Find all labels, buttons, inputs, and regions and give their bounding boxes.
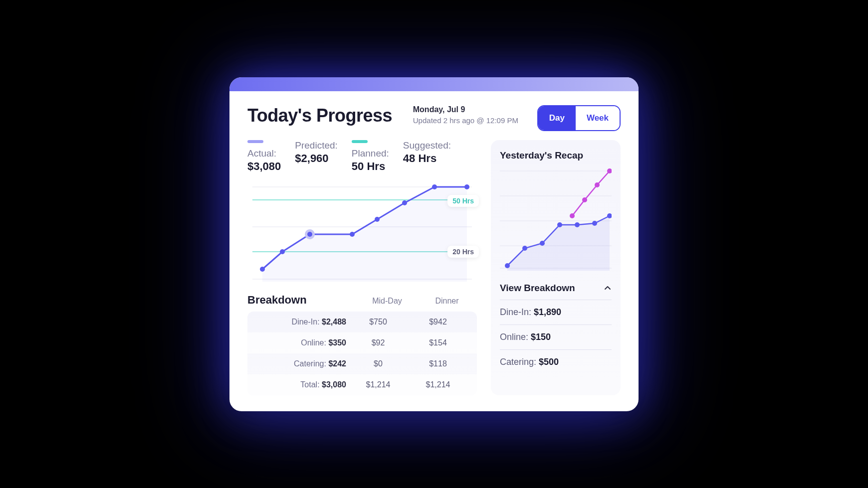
- recap-chart-svg: [500, 166, 612, 271]
- header-date: Monday, Jul 9: [413, 105, 518, 114]
- dashboard-card: Today's Progress Monday, Jul 9 Updated 2…: [229, 77, 639, 411]
- svg-point-27: [582, 197, 587, 202]
- recap-row: Online: $150: [500, 325, 612, 349]
- recap-row-value: $1,890: [534, 307, 561, 317]
- row-value: $350: [328, 338, 346, 347]
- row-cell: $1,214: [408, 380, 468, 389]
- recap-row: Catering: $500: [500, 349, 612, 374]
- legend-label: Actual:: [247, 148, 281, 159]
- svg-point-28: [595, 182, 600, 187]
- recap-title: Yesterday's Recap: [500, 150, 612, 161]
- svg-point-19: [505, 263, 510, 268]
- legend-label: Planned:: [352, 148, 389, 159]
- recap-row-value: $500: [539, 357, 559, 367]
- row-label: Catering:: [294, 359, 326, 368]
- svg-point-10: [375, 217, 380, 222]
- breakdown-table: Dine-In: $2,488 $750 $942 Online: $350 $…: [247, 312, 477, 395]
- svg-point-24: [592, 221, 597, 226]
- row-cell: $0: [348, 359, 408, 368]
- row-cell: $750: [348, 318, 408, 326]
- legend-label: Predicted:: [295, 140, 338, 151]
- row-value: $242: [328, 359, 346, 368]
- svg-point-22: [557, 222, 562, 227]
- view-breakdown-label: View Breakdown: [500, 283, 575, 294]
- row-label: Online:: [301, 338, 326, 347]
- legend-predicted: Predicted: $2,960: [295, 140, 338, 173]
- today-chart: 50 Hrs 20 Hrs: [247, 182, 477, 282]
- legend-value: 48 Hrs: [403, 152, 451, 165]
- row-label: Total:: [300, 380, 319, 389]
- recap-chart: [500, 166, 612, 271]
- page-title: Today's Progress: [247, 105, 392, 126]
- row-cell: $118: [408, 359, 468, 368]
- chart-ref-label-lower: 20 Hrs: [447, 246, 479, 258]
- row-label: Dine-In:: [292, 318, 320, 326]
- breakdown-col-midday: Mid-Day: [357, 297, 417, 306]
- toggle-day-button[interactable]: Day: [538, 106, 576, 130]
- legend-row: Actual: $3,080 Predicted: $2,960 Planned…: [247, 140, 477, 173]
- chart-ref-label-upper: 50 Hrs: [447, 195, 479, 207]
- table-row: Catering: $242 $0 $118: [247, 353, 477, 374]
- svg-point-11: [402, 200, 407, 205]
- table-row: Dine-In: $2,488 $750 $942: [247, 312, 477, 332]
- recap-row-value: $150: [531, 332, 551, 342]
- recap-row: Dine-In: $1,890: [500, 300, 612, 325]
- row-value: $3,080: [322, 380, 346, 389]
- legend-planned: Planned: 50 Hrs: [352, 140, 389, 173]
- recap-row-label: Online:: [500, 332, 528, 342]
- legend-value: $2,960: [295, 152, 338, 165]
- day-week-toggle: Day Week: [537, 105, 621, 131]
- svg-point-20: [522, 246, 527, 251]
- view-breakdown-toggle[interactable]: View Breakdown: [500, 279, 612, 300]
- legend-label: Suggested:: [403, 140, 451, 151]
- table-row: Total: $3,080 $1,214 $1,214: [247, 374, 477, 395]
- breakdown-col-dinner: Dinner: [417, 297, 477, 306]
- header-updated: Updated 2 hrs ago @ 12:09 PM: [413, 116, 518, 125]
- recap-row-label: Catering:: [500, 357, 536, 367]
- svg-point-26: [570, 213, 575, 218]
- row-cell: $154: [408, 338, 468, 347]
- row-cell: $92: [348, 338, 408, 347]
- svg-point-12: [432, 184, 437, 189]
- legend-color-actual: [247, 140, 263, 143]
- legend-color-planned: [352, 140, 368, 143]
- row-cell: $1,214: [348, 380, 408, 389]
- svg-point-13: [464, 184, 469, 189]
- recap-row-label: Dine-In:: [500, 307, 531, 317]
- svg-point-23: [575, 222, 580, 227]
- svg-point-8: [307, 232, 312, 237]
- legend-suggested: Suggested: 48 Hrs: [403, 140, 451, 173]
- svg-point-5: [260, 267, 265, 272]
- row-value: $2,488: [322, 318, 346, 326]
- toggle-week-button[interactable]: Week: [576, 106, 620, 130]
- row-cell: $942: [408, 318, 468, 326]
- svg-point-6: [280, 249, 285, 254]
- recap-panel: Yesterday's Recap: [491, 140, 621, 395]
- top-gradient-bar: [229, 77, 639, 91]
- line-chart-svg: [247, 182, 477, 282]
- table-row: Online: $350 $92 $154: [247, 332, 477, 353]
- legend-actual: Actual: $3,080: [247, 140, 281, 173]
- svg-point-21: [540, 241, 545, 246]
- svg-point-9: [350, 232, 355, 237]
- breakdown-title: Breakdown: [247, 294, 357, 307]
- legend-value: $3,080: [247, 160, 281, 173]
- legend-value: 50 Hrs: [352, 160, 389, 173]
- chevron-up-icon: [604, 284, 612, 292]
